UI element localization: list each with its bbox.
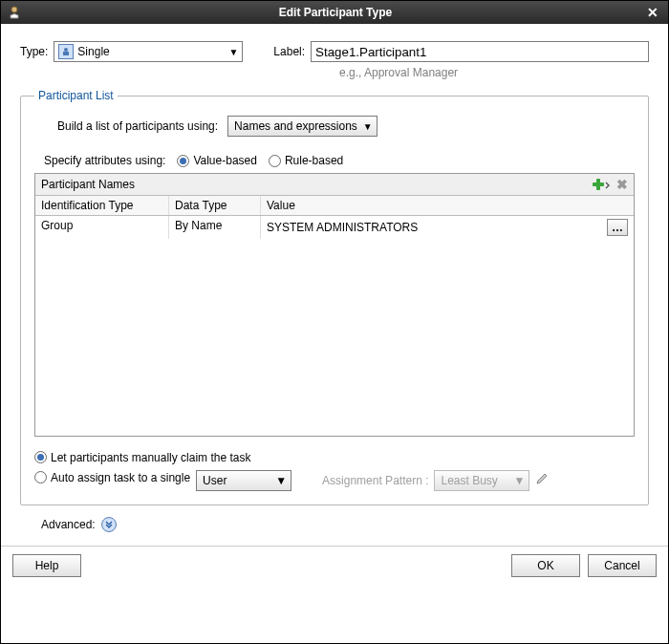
type-select[interactable]: Single ▼ — [54, 41, 243, 62]
build-row: Build a list of participants using: Name… — [57, 116, 635, 137]
chevron-down-icon: ▼ — [228, 47, 238, 57]
svg-rect-4 — [593, 182, 604, 186]
radio-dot-icon — [177, 155, 189, 167]
radio-manual-claim[interactable]: Let participants manually claim the task — [34, 451, 250, 464]
svg-point-0 — [11, 7, 17, 12]
radio-rule-based[interactable]: Rule-based — [269, 154, 343, 167]
add-row-button[interactable] — [593, 178, 611, 191]
svg-rect-2 — [63, 52, 69, 55]
type-value: Single — [77, 45, 109, 58]
radio-rule-based-label: Rule-based — [285, 154, 343, 167]
specify-label: Specify attributes using: — [44, 154, 165, 167]
assignment-pattern-select: Least Busy ▼ — [434, 470, 529, 491]
radio-auto-assign[interactable]: Auto assign task to a single — [34, 471, 190, 484]
assignment-pattern-value: Least Busy — [441, 474, 497, 487]
radio-circle-icon — [34, 471, 47, 483]
dialog-footer: Help OK Cancel — [1, 546, 668, 585]
table-body: Group By Name SYSTEM ADMINISTRATORS … — [35, 216, 634, 436]
window-title: Edit Participant Type — [28, 6, 643, 19]
manual-claim-label: Let participants manually claim the task — [51, 451, 250, 464]
auto-assign-label: Auto assign task to a single — [51, 471, 190, 484]
edit-pattern-icon[interactable] — [535, 472, 549, 488]
radio-value-based[interactable]: Value-based — [177, 154, 257, 167]
row-value-cell: SYSTEM ADMINISTRATORS … — [261, 216, 634, 239]
type-label: Type: — [20, 45, 48, 58]
dialog-body: Type: Single ▼ Label: e.g., Approval Man… — [1, 24, 668, 546]
build-method-value: Names and expressions — [234, 119, 357, 133]
claim-section: Let participants manually claim the task… — [34, 450, 635, 491]
cancel-button[interactable]: Cancel — [588, 554, 657, 577]
label-label: Label: — [273, 45, 305, 58]
row-value: SYSTEM ADMINISTRATORS — [267, 221, 418, 234]
build-label: Build a list of participants using: — [57, 119, 218, 133]
chevron-down-icon: ▼ — [275, 474, 287, 487]
row-datatype: By Name — [169, 216, 261, 239]
auto-assign-target-select[interactable]: User ▼ — [196, 470, 291, 491]
auto-assign-target-value: User — [203, 474, 227, 487]
advanced-label: Advanced: — [41, 518, 96, 531]
ok-button[interactable]: OK — [511, 554, 580, 577]
chevron-down-icon: ▼ — [514, 474, 526, 487]
participant-table: Participant Names ✖ Identification Type … — [34, 173, 635, 437]
label-input[interactable] — [311, 41, 649, 62]
participant-list-fieldset: Participant List Build a list of partici… — [20, 89, 649, 505]
col-id-type: Identification Type — [35, 196, 169, 215]
help-button[interactable]: Help — [12, 554, 81, 577]
type-label-row: Type: Single ▼ Label: — [20, 41, 649, 62]
table-title-bar: Participant Names ✖ — [35, 174, 634, 196]
table-header: Identification Type Data Type Value — [35, 196, 634, 216]
radio-circle-icon — [269, 155, 281, 167]
single-type-icon — [58, 44, 74, 59]
advanced-row[interactable]: Advanced: — [41, 517, 649, 532]
col-data-type: Data Type — [169, 196, 261, 215]
assignment-pattern-label: Assignment Pattern : — [322, 474, 428, 487]
build-method-select[interactable]: Names and expressions ▼ — [227, 116, 378, 137]
radio-dot-icon — [34, 451, 47, 463]
radio-value-based-label: Value-based — [193, 154, 257, 167]
app-icon — [7, 5, 22, 20]
participant-list-legend: Participant List — [34, 89, 118, 102]
expand-down-icon[interactable] — [101, 517, 117, 532]
titlebar: Edit Participant Type ✕ — [1, 1, 668, 24]
chevron-down-icon: ▼ — [363, 121, 373, 132]
label-hint: e.g., Approval Manager — [339, 66, 649, 79]
col-value: Value — [261, 196, 634, 215]
svg-point-1 — [64, 48, 68, 52]
close-icon[interactable]: ✕ — [643, 5, 662, 20]
delete-row-button[interactable]: ✖ — [616, 177, 628, 192]
row-browse-button[interactable]: … — [607, 219, 628, 236]
row-idtype: Group — [35, 216, 169, 239]
table-title: Participant Names — [41, 178, 135, 191]
table-row[interactable]: Group By Name SYSTEM ADMINISTRATORS … — [35, 216, 634, 239]
specify-attrib-row: Specify attributes using: Value-based Ru… — [44, 154, 635, 167]
